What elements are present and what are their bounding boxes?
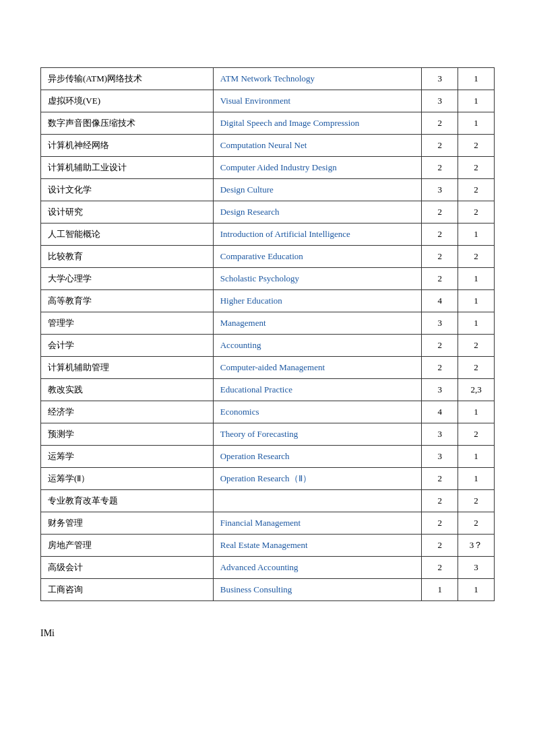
cell-num2: 2 [458, 246, 495, 268]
table-row: 计算机神经网络Computation Neural Net22 [41, 135, 495, 157]
cell-english: Educational Practice [213, 379, 422, 401]
cell-chinese: 人工智能概论 [41, 224, 214, 246]
cell-english: Business Consulting [213, 579, 422, 601]
cell-num1: 3 [422, 68, 458, 90]
cell-chinese: 计算机辅助管理 [41, 357, 214, 379]
cell-num2: 1 [458, 224, 495, 246]
cell-num1: 3 [422, 179, 458, 201]
cell-english: Comparative Education [213, 246, 422, 268]
cell-num2: 2 [458, 157, 495, 179]
cell-num1: 3 [422, 90, 458, 112]
table-row: 经济学Economics41 [41, 401, 495, 423]
table-row: 运筹学Operation Research31 [41, 446, 495, 468]
cell-english: Visual Environment [213, 90, 422, 112]
cell-num2: 2 [458, 490, 495, 512]
cell-num1: 4 [422, 401, 458, 423]
footer-text: IMi [40, 628, 495, 639]
table-row: 工商咨询Business Consulting11 [41, 579, 495, 601]
cell-english: Real Estate Management [213, 535, 422, 557]
cell-english: Operation Research [213, 446, 422, 468]
cell-num2: 2 [458, 135, 495, 157]
cell-num2: 2 [458, 512, 495, 535]
cell-english: Theory of Forecasting [213, 423, 422, 446]
table-row: 异步传输(ATM)网络技术ATM Network Technology31 [41, 68, 495, 90]
cell-chinese: 预测学 [41, 423, 214, 446]
cell-num2: 1 [458, 312, 495, 335]
cell-english: Computation Neural Net [213, 135, 422, 157]
cell-chinese: 比较教育 [41, 246, 214, 268]
table-row: 财务管理Financial Management22 [41, 512, 495, 535]
cell-num2: 2 [458, 335, 495, 357]
table-row: 运筹学(Ⅱ）Operation Research（Ⅱ）21 [41, 468, 495, 490]
cell-num2: 2 [458, 423, 495, 446]
cell-chinese: 设计研究 [41, 201, 214, 224]
cell-num1: 3 [422, 423, 458, 446]
cell-num2: 2 [458, 357, 495, 379]
cell-english: Advanced Accounting [213, 557, 422, 579]
cell-english: Accounting [213, 335, 422, 357]
table-row: 计算机辅助管理Computer-aided Management22 [41, 357, 495, 379]
main-table-container: 异步传输(ATM)网络技术ATM Network Technology31虚拟环… [40, 67, 495, 601]
cell-num2: 2 [458, 201, 495, 224]
cell-chinese: 运筹学 [41, 446, 214, 468]
cell-num1: 2 [422, 201, 458, 224]
table-row: 数字声音图像压缩技术Digital Speech and Image Compr… [41, 112, 495, 135]
cell-english [213, 490, 422, 512]
cell-num1: 2 [422, 224, 458, 246]
cell-num1: 3 [422, 446, 458, 468]
cell-english: Computer Aided Industry Design [213, 157, 422, 179]
cell-english: Financial Management [213, 512, 422, 535]
table-row: 房地产管理Real Estate Management23？ [41, 535, 495, 557]
cell-chinese: 高等教育学 [41, 290, 214, 312]
cell-chinese: 管理学 [41, 312, 214, 335]
cell-num2: 3？ [458, 535, 495, 557]
cell-english: Design Research [213, 201, 422, 224]
course-table: 异步传输(ATM)网络技术ATM Network Technology31虚拟环… [40, 67, 495, 601]
cell-num1: 4 [422, 290, 458, 312]
cell-english: Operation Research（Ⅱ） [213, 468, 422, 490]
cell-num1: 2 [422, 535, 458, 557]
cell-english: Economics [213, 401, 422, 423]
cell-num2: 1 [458, 446, 495, 468]
cell-chinese: 房地产管理 [41, 535, 214, 557]
cell-num1: 2 [422, 357, 458, 379]
table-row: 专业教育改革专题22 [41, 490, 495, 512]
cell-num1: 2 [422, 135, 458, 157]
table-row: 高级会计Advanced Accounting23 [41, 557, 495, 579]
cell-english: Scholastic Psychology [213, 268, 422, 290]
cell-english: ATM Network Technology [213, 68, 422, 90]
cell-num1: 2 [422, 246, 458, 268]
cell-num1: 2 [422, 557, 458, 579]
cell-num2: 2 [458, 179, 495, 201]
cell-chinese: 经济学 [41, 401, 214, 423]
cell-chinese: 工商咨询 [41, 579, 214, 601]
cell-num2: 1 [458, 401, 495, 423]
cell-english: Digital Speech and Image Compression [213, 112, 422, 135]
cell-chinese: 教改实践 [41, 379, 214, 401]
cell-num2: 1 [458, 268, 495, 290]
table-row: 会计学Accounting22 [41, 335, 495, 357]
cell-num1: 2 [422, 157, 458, 179]
cell-num1: 2 [422, 468, 458, 490]
cell-num2: 1 [458, 90, 495, 112]
cell-chinese: 计算机辅助工业设计 [41, 157, 214, 179]
table-row: 虚拟环境(VE)Visual Environment31 [41, 90, 495, 112]
table-row: 教改实践Educational Practice32,3 [41, 379, 495, 401]
cell-num1: 2 [422, 335, 458, 357]
table-row: 预测学Theory of Forecasting32 [41, 423, 495, 446]
cell-chinese: 计算机神经网络 [41, 135, 214, 157]
table-row: 人工智能概论Introduction of Artificial Intelli… [41, 224, 495, 246]
cell-english: Higher Education [213, 290, 422, 312]
cell-chinese: 虚拟环境(VE) [41, 90, 214, 112]
table-row: 大学心理学Scholastic Psychology21 [41, 268, 495, 290]
cell-english: Design Culture [213, 179, 422, 201]
cell-num1: 3 [422, 312, 458, 335]
table-row: 设计研究Design Research22 [41, 201, 495, 224]
cell-english: Management [213, 312, 422, 335]
cell-num2: 1 [458, 579, 495, 601]
cell-chinese: 大学心理学 [41, 268, 214, 290]
cell-num2: 1 [458, 68, 495, 90]
table-row: 管理学Management31 [41, 312, 495, 335]
cell-chinese: 专业教育改革专题 [41, 490, 214, 512]
cell-num1: 3 [422, 379, 458, 401]
